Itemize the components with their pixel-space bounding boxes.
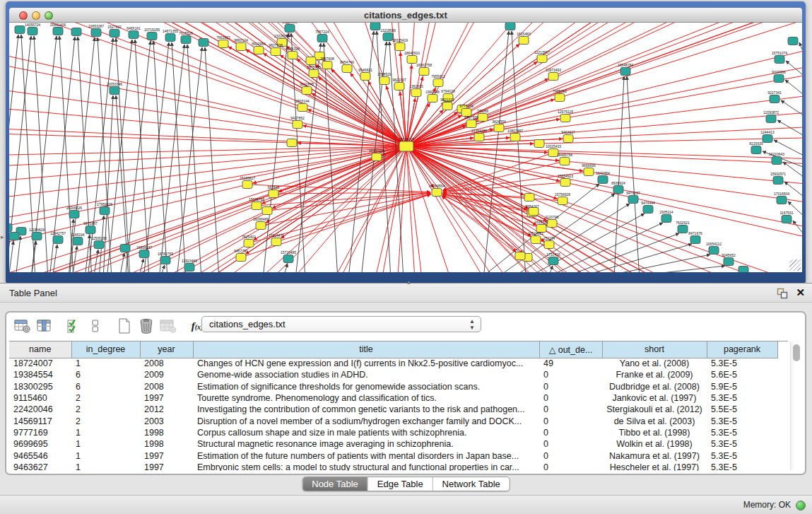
graph-node[interactable]	[407, 56, 417, 64]
table-cell[interactable]: 5.3E-5	[707, 358, 777, 369]
graph-node[interactable]	[302, 87, 312, 95]
table-row[interactable]: 1456911722003Disruption of a novel membe…	[9, 415, 777, 426]
column-header-year[interactable]: year	[140, 341, 193, 358]
network-window-titlebar[interactable]: citations_edges.txt	[9, 8, 802, 23]
graph-node[interactable]	[613, 186, 623, 194]
graph-node[interactable]	[531, 236, 541, 244]
graph-node[interactable]	[110, 87, 119, 95]
graph-node[interactable]	[242, 181, 252, 189]
graph-node[interactable]	[71, 28, 81, 36]
graph-node[interactable]	[529, 208, 539, 216]
graph-node[interactable]	[560, 158, 570, 165]
table-row[interactable]: 2242004622012Investigating the contribut…	[9, 404, 777, 415]
graph-node[interactable]	[269, 190, 278, 198]
table-row[interactable]: 969969511998Structural magnetic resonanc…	[9, 438, 777, 450]
table-cell[interactable]: 18300295	[9, 381, 71, 392]
column-header-name[interactable]: name	[9, 341, 71, 358]
table-cell[interactable]: 9115460	[9, 392, 71, 404]
toolbar-icon-show-columns[interactable]	[35, 317, 54, 335]
graph-node[interactable]	[560, 179, 570, 187]
graph-node[interactable]	[271, 238, 281, 246]
table-cell[interactable]: Franke et al. (2009)	[602, 369, 707, 380]
table-cell[interactable]: 1	[71, 462, 140, 471]
graph-node[interactable]	[271, 48, 281, 56]
table-cell[interactable]: 0	[539, 404, 602, 415]
graph-node[interactable]	[147, 33, 157, 40]
graph-node[interactable]	[199, 39, 208, 47]
tab-node-table[interactable]: Node Table	[302, 477, 368, 491]
table-cell[interactable]: 2	[71, 392, 140, 404]
graph-node[interactable]	[283, 255, 293, 263]
table-cell[interactable]: Genome-wide association studies in ADHD.	[193, 369, 539, 380]
graph-node[interactable]	[442, 103, 452, 110]
graph-node[interactable]	[411, 89, 421, 97]
toolbar-icon-table-settings[interactable]	[13, 317, 32, 335]
graph-node[interactable]	[244, 240, 254, 247]
graph-node[interactable]	[32, 233, 42, 240]
graph-node[interactable]	[598, 176, 608, 184]
table-row[interactable]: 1938455462009Genome-wide association stu…	[9, 369, 777, 380]
table-cell[interactable]: 6	[71, 381, 140, 392]
graph-node[interactable]	[724, 258, 734, 266]
column-header-out_de[interactable]: △ out_de...	[539, 341, 602, 358]
graph-node[interactable]	[285, 25, 295, 33]
network-canvas[interactable]: 1405572420691406106532871527602646616110…	[9, 23, 802, 272]
graph-node[interactable]	[628, 196, 638, 204]
graph-node[interactable]	[643, 206, 653, 214]
table-cell[interactable]: 9465546	[9, 450, 71, 461]
graph-node[interactable]	[317, 35, 327, 42]
table-cell[interactable]: 0	[539, 392, 602, 404]
close-panel-icon[interactable]: ✕	[796, 286, 805, 299]
graph-node[interactable]	[515, 252, 525, 260]
table-row[interactable]: 946554611997Estimation of the future num…	[9, 450, 777, 461]
table-cell[interactable]: Yano et al. (2008)	[602, 358, 707, 369]
graph-node[interactable]	[86, 226, 95, 234]
graph-node[interactable]	[510, 134, 520, 141]
graph-node[interactable]	[287, 139, 297, 147]
graph-node[interactable]	[298, 104, 307, 112]
table-cell[interactable]: 9463627	[9, 462, 71, 471]
graph-node[interactable]	[184, 264, 194, 271]
graph-node[interactable]	[537, 55, 547, 63]
graph-node[interactable]	[560, 115, 570, 122]
graph-node[interactable]	[395, 43, 405, 51]
graph-node[interactable]	[474, 134, 484, 141]
graph-node[interactable]	[751, 146, 761, 154]
graph-node[interactable]	[110, 30, 119, 37]
tab-network-table[interactable]: Network Table	[433, 477, 510, 491]
graph-node[interactable]	[91, 29, 101, 37]
graph-node[interactable]	[9, 224, 12, 232]
table-cell[interactable]: 2003	[140, 415, 193, 426]
graph-node[interactable]	[399, 141, 413, 151]
graph-node[interactable]	[782, 216, 792, 223]
graph-node[interactable]	[558, 197, 567, 205]
graph-node[interactable]	[94, 241, 104, 249]
graph-node[interactable]	[360, 73, 370, 81]
graph-node[interactable]	[466, 120, 476, 128]
table-cell[interactable]: 14569117	[9, 415, 71, 426]
graph-node[interactable]	[563, 135, 573, 143]
graph-node[interactable]	[428, 95, 437, 103]
graph-node[interactable]	[548, 257, 558, 265]
table-cell[interactable]: 2008	[140, 381, 193, 392]
graph-node[interactable]	[254, 47, 264, 54]
table-cell[interactable]: de Silva et al. (2003)	[602, 415, 707, 426]
table-cell[interactable]: 5.3E-5	[707, 427, 777, 438]
column-header-title[interactable]: title	[193, 341, 539, 358]
table-cell[interactable]: 5.3E-5	[707, 462, 777, 471]
table-row[interactable]: 1872400712008Changes of HCN gene express…	[9, 358, 777, 369]
table-cell[interactable]: 0	[539, 450, 602, 461]
graph-node[interactable]	[53, 236, 63, 244]
table-cell[interactable]: Jankovic et al. (1997)	[602, 392, 707, 404]
tab-edge-table[interactable]: Edge Table	[368, 477, 433, 491]
table-cell[interactable]: Embryonic stem cells: a model to study s…	[193, 462, 539, 471]
toolbar-icon-row-check[interactable]	[64, 317, 83, 335]
table-cell[interactable]: Investigating the contribution of common…	[193, 404, 539, 415]
toolbar-icon-delete[interactable]	[137, 317, 155, 335]
table-cell[interactable]: 2	[71, 404, 140, 415]
graph-node[interactable]	[15, 26, 25, 34]
table-cell[interactable]: 5.3E-5	[707, 392, 777, 404]
graph-node[interactable]	[739, 267, 748, 273]
graph-node[interactable]	[256, 222, 266, 230]
table-cell[interactable]: 2008	[140, 358, 193, 369]
